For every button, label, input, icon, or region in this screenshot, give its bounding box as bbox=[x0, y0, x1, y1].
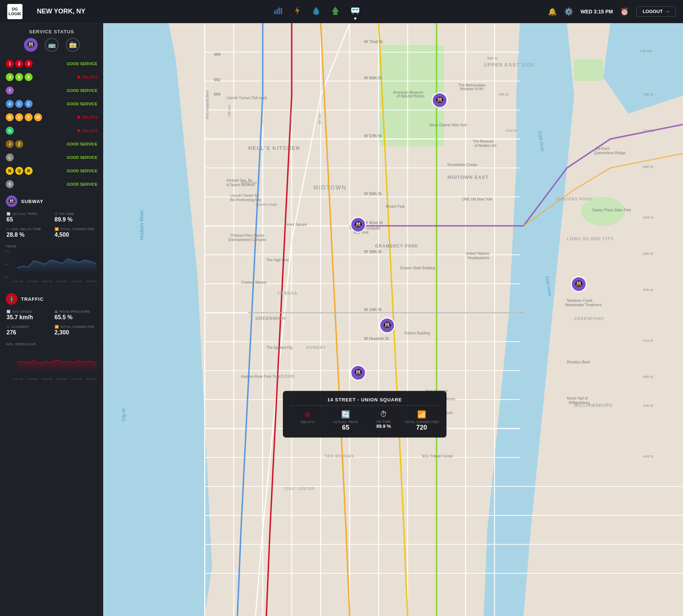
svg-text:Times Square: Times Square bbox=[285, 223, 307, 227]
svg-text:49th St: 49th St bbox=[643, 375, 654, 379]
logout-arrow-icon: → bbox=[665, 9, 670, 14]
svg-text:72nd St: 72nd St bbox=[643, 129, 655, 132]
svg-text:684: 684 bbox=[214, 92, 221, 96]
logo-text: DGLOGIK bbox=[9, 7, 21, 16]
svg-text:57th St: 57th St bbox=[643, 288, 654, 292]
svg-text:Starrett-Lehigh: Starrett-Lehigh bbox=[256, 203, 277, 206]
service-line-item[interactable]: BDFMDELAYS bbox=[0, 111, 103, 124]
station-14th[interactable]: 🚇 bbox=[350, 365, 366, 381]
popup-trips-stat: 🔄 ACTUAL TRIPS 65 bbox=[328, 410, 363, 431]
service-line-item[interactable]: 456DELAYS bbox=[0, 71, 103, 84]
line-badge-C: C bbox=[15, 100, 23, 108]
svg-text:Hudson River Park Trust: Hudson River Park Trust bbox=[241, 375, 281, 379]
station-queens[interactable]: 🚇 bbox=[571, 276, 587, 292]
bus-type-icon[interactable]: 🚌 bbox=[45, 38, 59, 52]
service-line-item[interactable]: 7GOOD SERVICE bbox=[0, 84, 103, 97]
popup-delays-label: DELAYS bbox=[290, 420, 325, 424]
svg-text:W 72nd St: W 72nd St bbox=[364, 39, 383, 44]
svg-rect-2 bbox=[278, 8, 280, 14]
bus-icon[interactable] bbox=[351, 7, 360, 17]
line-badge-L: L bbox=[6, 153, 14, 161]
popup-ontime-label: ON TIME bbox=[366, 420, 401, 423]
avg-speed-stat: 🔄 AVG SPEED 35.7 km/h bbox=[4, 308, 52, 323]
station-times-sq[interactable]: 🚇 bbox=[350, 217, 366, 233]
settings-icon[interactable]: ⚙️ bbox=[564, 7, 573, 16]
accident-label: ⚠ ACCIDENT bbox=[7, 325, 49, 329]
svg-text:Queensboro Bridge: Queensboro Bridge bbox=[594, 151, 626, 155]
service-line-item[interactable]: JZGOOD SERVICE bbox=[0, 138, 103, 151]
service-status-text: GOOD SERVICE bbox=[67, 88, 97, 93]
line-badge-1: 1 bbox=[6, 60, 14, 68]
popup-connected-icon: 📶 bbox=[405, 410, 439, 419]
svg-text:W 42nd St: W 42nd St bbox=[364, 220, 383, 225]
trips-chart-label: TRIPS bbox=[4, 245, 100, 248]
svg-text:the Performing Arts: the Performing Arts bbox=[230, 198, 261, 202]
svg-text:Park Ave: Park Ave bbox=[289, 111, 293, 125]
actual-trips-stat: 🔄 ACTUAL TRIPS 65 bbox=[4, 210, 52, 225]
transit-chart-icon[interactable] bbox=[273, 6, 282, 17]
subway-type-icon[interactable]: 🚇 bbox=[24, 38, 38, 52]
water-drop-icon[interactable] bbox=[313, 6, 320, 17]
traffic-connected-value: 2,300 bbox=[55, 329, 97, 336]
service-line-item[interactable]: ACEGOOD SERVICE bbox=[0, 97, 103, 111]
subway-section-header: 🚇 SUBWAY bbox=[0, 191, 103, 210]
svg-text:682: 682 bbox=[214, 77, 221, 82]
svg-text:W 14th St: W 14th St bbox=[364, 307, 382, 312]
svg-text:Headquarters: Headquarters bbox=[468, 256, 490, 260]
svg-text:W 57th St: W 57th St bbox=[364, 134, 382, 138]
svg-text:HELL'S KITCHEN: HELL'S KITCHEN bbox=[248, 145, 300, 151]
logo: DGLOGIK bbox=[7, 4, 22, 19]
service-line-item[interactable]: NQRGOOD SERVICE bbox=[0, 164, 103, 178]
line-badge-F: F bbox=[25, 113, 33, 121]
svg-text:Empire State Building: Empire State Building bbox=[401, 266, 435, 270]
svg-text:UPPER EAST SIDE: UPPER EAST SIDE bbox=[484, 62, 535, 68]
svg-text:Chelsea Market: Chelsea Market bbox=[241, 280, 267, 284]
svg-text:TWO BRIDGES: TWO BRIDGES bbox=[324, 454, 355, 458]
popup-ontime-icon: ⏱ bbox=[366, 410, 401, 418]
popup-title: 14 STREET - UNION SQUARE bbox=[290, 397, 439, 402]
tree-icon[interactable] bbox=[331, 6, 339, 17]
svg-text:5th Ave: 5th Ave bbox=[318, 114, 322, 125]
rail-type-icon[interactable]: 🚋 bbox=[66, 38, 80, 52]
road-pressure-value: 65.5 % bbox=[55, 314, 97, 321]
service-status-text: GOOD SERVICE bbox=[67, 169, 97, 173]
speed-chart-x-labels: 12:00 AM 03:00 AM 06:00 AM 09:00 AM 12:0… bbox=[4, 378, 100, 380]
service-status-text: GOOD SERVICE bbox=[67, 62, 97, 66]
station-86th[interactable]: 🚇 bbox=[432, 92, 448, 108]
svg-text:W Houston St: W Houston St bbox=[364, 336, 389, 341]
svg-text:60th St: 60th St bbox=[643, 252, 654, 256]
avg-speed-value: 35.7 km/h bbox=[7, 314, 49, 321]
svg-point-9 bbox=[357, 12, 359, 14]
datetime: WED 3:15 PM bbox=[581, 9, 613, 14]
service-line-item[interactable]: LGOOD SERVICE bbox=[0, 151, 103, 164]
popup-divider bbox=[290, 405, 439, 406]
avg-speed-label: 🔄 AVG SPEED bbox=[7, 310, 49, 313]
svg-text:TRIBECA: TRIBECA bbox=[277, 291, 298, 295]
y-label-60: 60 bbox=[4, 263, 9, 266]
svg-text:The High Line: The High Line bbox=[267, 258, 289, 262]
service-line-item[interactable]: SGOOD SERVICE bbox=[0, 178, 103, 191]
popup-trips-value: 65 bbox=[328, 424, 363, 431]
service-line-item[interactable]: 123GOOD SERVICE bbox=[0, 57, 103, 71]
svg-text:684: 684 bbox=[214, 52, 221, 56]
svg-rect-1 bbox=[276, 9, 278, 14]
service-line-item[interactable]: GDELAYS bbox=[0, 124, 103, 138]
logout-button[interactable]: LOGOUT → bbox=[636, 6, 676, 17]
svg-text:Bryant Park: Bryant Park bbox=[386, 204, 405, 208]
svg-rect-3 bbox=[281, 8, 282, 14]
map-container[interactable]: W 72nd St W 65th St W 57th St W 50th St … bbox=[103, 23, 683, 616]
alarm-icon[interactable]: ⏰ bbox=[620, 7, 629, 16]
delay-dot bbox=[77, 116, 80, 119]
notification-icon[interactable]: 🔔 bbox=[548, 7, 557, 16]
svg-text:Frying Pan: Frying Pan bbox=[241, 181, 257, 185]
svg-text:Newtown Creek: Newtown Creek bbox=[567, 299, 593, 303]
service-status-text: DELAYS bbox=[77, 75, 97, 79]
svg-text:GRAMERCY PARK: GRAMERCY PARK bbox=[375, 244, 418, 249]
y-label-20: 20 bbox=[4, 275, 9, 279]
subway-section-title: SUBWAY bbox=[21, 199, 43, 204]
line-badge-D: D bbox=[15, 113, 23, 121]
station-23rd[interactable]: 🚇 bbox=[379, 317, 395, 333]
lightning-icon[interactable] bbox=[294, 6, 301, 17]
svg-text:CIVIC CENTER: CIVIC CENTER bbox=[285, 487, 315, 491]
actual-trips-value: 65 bbox=[7, 216, 49, 223]
